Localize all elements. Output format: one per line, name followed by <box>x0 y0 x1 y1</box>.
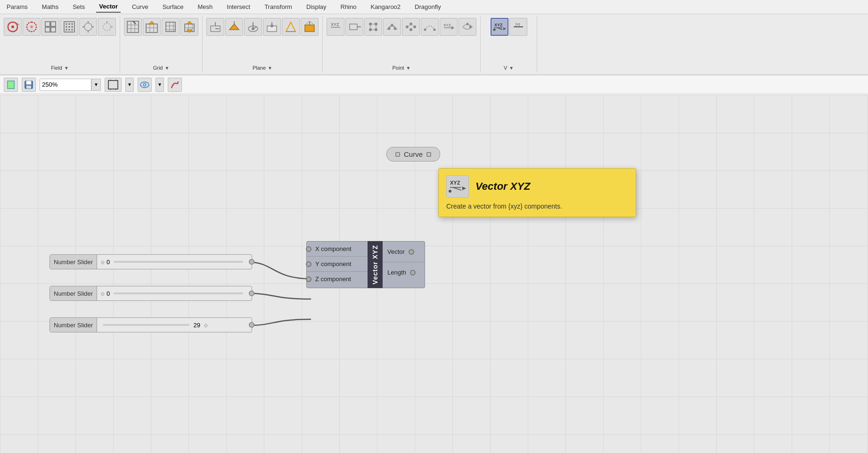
zoom-input[interactable] <box>40 79 91 91</box>
field-icon-2[interactable] <box>23 18 41 36</box>
plane-icon-4[interactable] <box>263 18 281 36</box>
field-dropdown-arrow[interactable]: ▼ <box>64 65 69 71</box>
curve-node-label: Curve <box>404 150 423 158</box>
field-icon-6[interactable] <box>98 18 116 36</box>
menu-bar: Params Maths Sets Vector Curve Surface M… <box>0 0 868 14</box>
vector-xyz-node: X component Y component Z component Vect… <box>306 241 425 288</box>
field-icon-1[interactable] <box>4 18 22 36</box>
vector-dropdown-arrow[interactable]: ▼ <box>509 65 514 71</box>
svg-line-118 <box>453 187 461 190</box>
vector-output-port[interactable] <box>409 249 414 255</box>
ribbon-group-vector: XYZ |V| V ▼ <box>481 16 537 73</box>
grid-icon-2[interactable] <box>143 18 161 36</box>
menu-mesh[interactable]: Mesh <box>195 1 215 12</box>
menu-intersect[interactable]: Intersect <box>224 1 253 12</box>
plane-icon-5[interactable] <box>282 18 300 36</box>
menu-vector[interactable]: Vector <box>96 1 121 13</box>
slider-2-track[interactable] <box>114 292 243 294</box>
menu-dragonfly[interactable]: Dragonfly <box>412 1 444 12</box>
svg-point-16 <box>68 29 70 31</box>
svg-point-2 <box>30 25 33 28</box>
plane-dropdown-arrow[interactable]: ▼ <box>268 65 272 71</box>
svg-point-9 <box>66 23 67 25</box>
plane-icon-2[interactable] <box>225 18 243 36</box>
menu-kangaroo2[interactable]: Kangaroo2 <box>368 1 403 12</box>
svg-point-88 <box>424 29 426 31</box>
point-icon-6[interactable] <box>421 18 439 36</box>
menu-params[interactable]: Params <box>4 1 31 12</box>
menu-display[interactable]: Display <box>303 1 329 12</box>
svg-marker-36 <box>149 21 155 24</box>
vector-xyz-icon[interactable]: XYZ <box>491 18 508 36</box>
svg-point-18 <box>84 23 92 31</box>
length-output-label: Length <box>387 269 406 276</box>
field-icon-4[interactable] <box>60 18 78 36</box>
svg-marker-119 <box>462 186 466 190</box>
field-icon-5[interactable] <box>79 18 97 36</box>
menu-rhino[interactable]: Rhino <box>338 1 360 12</box>
grid-icon-3[interactable] <box>162 18 180 36</box>
svg-rect-69 <box>350 24 357 30</box>
ribbon-group-field: Field ▼ <box>0 16 120 73</box>
fit-view-button[interactable] <box>105 78 122 92</box>
length-output-row: Length <box>383 262 425 283</box>
menu-sets[interactable]: Sets <box>70 1 88 12</box>
svg-marker-92 <box>451 26 454 30</box>
tooltip-popup: XYZ Vector XYZ Create a vector from {xyz… <box>438 168 636 217</box>
point-icon-5[interactable] <box>402 18 420 36</box>
menu-transform[interactable]: Transform <box>262 1 295 12</box>
slider-3-track[interactable] <box>103 324 189 326</box>
fit-dropdown-button[interactable]: ▼ <box>125 78 134 92</box>
vector-len-icon[interactable]: |V| <box>509 18 527 36</box>
svg-text:XYZ: XYZ <box>443 23 451 27</box>
menu-maths[interactable]: Maths <box>39 1 61 12</box>
slider-node-1[interactable]: Number Slider ◇ 0 <box>49 254 252 269</box>
canvas-area: Curve Number Slider ◇ 0 Number Slider ◇ … <box>0 95 868 453</box>
menu-curve[interactable]: Curve <box>129 1 151 12</box>
y-input-port[interactable] <box>306 261 311 267</box>
svg-point-11 <box>71 23 73 25</box>
slider-node-2[interactable]: Number Slider ◇ 0 <box>49 286 252 301</box>
grid-dropdown-arrow[interactable]: ▼ <box>164 65 169 71</box>
point-icon-2[interactable] <box>345 18 363 36</box>
grid-icon-4[interactable] <box>180 18 198 36</box>
draw-button[interactable] <box>168 78 182 92</box>
zoom-dropdown-button[interactable]: ▼ <box>91 79 101 91</box>
x-input-port[interactable] <box>306 246 311 252</box>
svg-point-80 <box>391 24 393 26</box>
plane-icon-1[interactable] <box>206 18 224 36</box>
point-icon-4[interactable] <box>383 18 401 36</box>
vector-x-input-row: X component <box>307 242 368 257</box>
slider-3-diamond: ◇ <box>204 323 208 328</box>
z-input-port[interactable] <box>306 276 311 282</box>
slider-node-3[interactable]: Number Slider 29 ◇ <box>49 317 252 332</box>
eye-dropdown-button[interactable]: ▼ <box>156 78 164 92</box>
length-output-port[interactable] <box>410 270 416 275</box>
plane-icon-6[interactable] <box>301 18 319 36</box>
point-dropdown-arrow[interactable]: ▼ <box>406 65 411 71</box>
point-icon-7[interactable]: XYZ <box>440 18 458 36</box>
curve-port-left <box>395 152 400 157</box>
field-icon-3[interactable] <box>41 18 59 36</box>
eye-button[interactable] <box>138 78 152 92</box>
point-icon-1[interactable]: XYZ <box>327 18 344 36</box>
svg-point-93 <box>467 23 469 25</box>
vector-outputs-panel: Vector Length <box>383 241 425 288</box>
menu-surface[interactable]: Surface <box>160 1 187 12</box>
svg-rect-106 <box>26 86 31 89</box>
vector-title-bar: Vector XYZ <box>368 241 383 288</box>
curve-node[interactable]: Curve <box>386 147 440 162</box>
point-icon-8[interactable] <box>459 18 476 36</box>
save-file-button[interactable] <box>22 78 36 92</box>
plane-group-label: Plane <box>253 65 266 71</box>
plane-icon-3[interactable] <box>244 18 262 36</box>
point-icon-3[interactable] <box>364 18 382 36</box>
grid-icon-1[interactable] <box>124 18 142 36</box>
vector-output-label: Vector <box>387 248 405 255</box>
grid-group-label: Grid <box>153 65 163 71</box>
svg-point-97 <box>493 29 495 31</box>
svg-rect-4 <box>51 22 56 26</box>
new-file-button[interactable] <box>4 78 18 92</box>
vector-group-label: V <box>504 65 507 71</box>
slider-1-track[interactable] <box>114 261 243 263</box>
